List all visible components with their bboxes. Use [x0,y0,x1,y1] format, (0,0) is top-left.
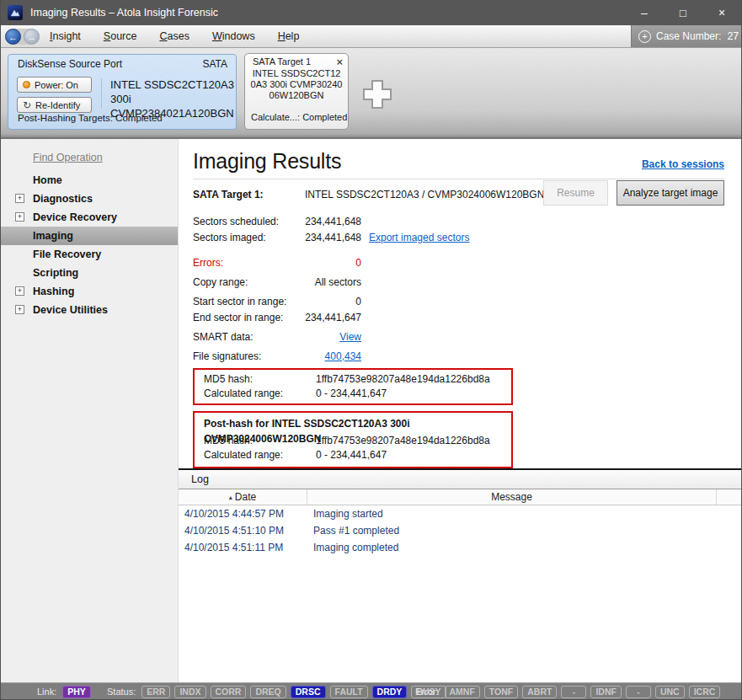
minimize-button[interactable]: – [625,0,664,25]
source-panel-status: Post-Hashing Targets: Completed [18,113,163,123]
status-flag-indx: INDX [174,686,206,698]
case-number-label: Case Number: [656,30,721,42]
sidebar-item-file-recovery[interactable]: File Recovery [1,245,178,264]
sidebar: Find Operation Home + Diagnostics + Devi… [1,139,179,682]
field-start-sector: Start sector in range: 0 [193,294,724,310]
range-label: Calculated range: [204,448,316,462]
target-card-status: Calculate...: Completed [245,112,348,122]
statusbar: Link: PHY Status: ERR INDX CORR DREQ DRS… [1,682,741,700]
sidebar-item-hashing[interactable]: + Hashing [1,282,178,301]
log-row[interactable]: 4/10/2015 4:51:10 PM Pass #1 completed [179,522,741,539]
sidebar-item-device-utilities[interactable]: + Device Utilities [1,301,178,319]
target-label: SATA Target 1: [193,187,305,203]
target-value: INTEL SSDSC2CT120A3 / CVMP3024006W120BGN [305,187,544,203]
error-status-group: Error: AMNF TONF ABRT - IDNF - UNC ICRC [415,683,720,700]
power-button[interactable]: Power: On [17,77,92,93]
log-column-message[interactable]: Message [307,489,717,505]
field-sectors-scheduled: Sectors scheduled: 234,441,648 [193,214,724,230]
sidebar-item-imaging[interactable]: Imaging [1,227,178,245]
field-errors: Errors: 0 [193,255,724,271]
add-target-button[interactable] [361,78,393,110]
sidebar-item-home[interactable]: Home [1,171,178,190]
error-flag-dash1: - [561,686,586,698]
menu-source[interactable]: Source [104,30,137,42]
close-button[interactable]: × [702,0,741,25]
back-icon[interactable]: ← [5,29,21,45]
case-number-segment[interactable]: + Case Number: 27 [631,25,741,47]
link-phy-badge: PHY [62,686,91,698]
log-row[interactable]: 4/10/2015 4:44:57 PM Imaging started [179,505,741,522]
range-value: 0 - 234,441,647 [316,387,387,401]
resume-button[interactable]: Resume [543,180,608,206]
md5-label: MD5 hash: [204,434,316,448]
forward-icon[interactable]: → [24,29,40,45]
log-row[interactable]: 4/10/2015 4:51:11 PM Imaging completed [179,539,741,556]
refresh-icon: ↻ [23,99,31,111]
log-panel-title: Log [179,470,741,489]
post-hash-title: Post-hash for INTEL SSDSC2CT120A3 300i C… [204,416,511,431]
log-panel: Log ▴Date Message 4/10/2015 4:44:57 PM I… [179,468,741,682]
nav-buttons: ← → [5,29,40,45]
link-label: Link: [37,687,56,697]
target-card[interactable]: SATA Target 1 × INTEL SSDSC2CT120A3 300i… [244,53,349,130]
field-file-signatures: File signatures: 400,434 [193,349,724,365]
menu-cases[interactable]: Cases [159,30,189,42]
page-title: Imaging Results [193,149,341,174]
field-end-sector: End sector in range: 234,441,647 [193,310,724,326]
imaging-summary: Sectors scheduled: 234,441,648 Sectors i… [193,214,724,468]
find-operation-link[interactable]: Find Operation [33,152,103,163]
expand-icon[interactable]: + [15,286,24,296]
post-hash-box: Post-hash for INTEL SSDSC2CT120A3 300i C… [193,411,513,468]
md5-hash-box: MD5 hash: 1ffb74753e98207a48e194da1226bd… [193,368,513,405]
export-imaged-sectors-link[interactable]: Export imaged sectors [369,230,469,246]
log-table-header: ▴Date Message [179,489,741,505]
error-flag-unc: UNC [655,686,685,698]
close-icon[interactable]: × [336,57,343,67]
log-column-extra [717,489,741,505]
device-dock: DiskSense Source Port SATA Power: On ↻ R… [1,48,741,139]
sidebar-item-device-recovery[interactable]: + Device Recovery [1,208,178,227]
status-flag-dreq: DREQ [250,686,286,698]
target-card-title: SATA Target 1 [253,56,311,67]
field-sectors-imaged: Sectors imaged: 234,441,648 Export image… [193,230,724,246]
error-flag-icrc: ICRC [689,686,721,698]
menu-windows[interactable]: Windows [212,30,255,42]
error-flag-idnf: IDNF [590,686,622,698]
expand-icon[interactable]: + [15,305,24,314]
status-label: Status: [107,687,136,697]
range-value: 0 - 234,441,647 [316,448,387,462]
back-to-sessions-link[interactable]: Back to sessions [642,158,724,170]
menu-insight[interactable]: Insight [50,30,81,42]
add-case-icon[interactable]: + [638,30,651,43]
expand-icon[interactable]: + [15,194,24,203]
smart-view-link[interactable]: View [339,331,361,343]
plus-icon [361,78,393,110]
source-port-panel: DiskSense Source Port SATA Power: On ↻ R… [8,54,237,130]
range-label: Calculated range: [204,387,316,401]
app-window: Imaging Results – Atola Insight Forensic… [0,0,742,700]
status-flag-drdy: DRDY [372,686,408,698]
error-label: Error: [415,687,439,697]
sort-ascending-icon: ▴ [229,494,232,501]
menubar: ← → Insight Source Cases Windows Help + … [1,25,741,48]
file-signatures-link[interactable]: 400,434 [325,350,361,362]
status-flag-corr: CORR [211,686,247,698]
source-port-type: SATA [202,58,227,70]
field-copy-range: Copy range: All sectors [193,275,724,291]
error-flag-tonf: TONF [484,686,518,698]
sidebar-item-scripting[interactable]: Scripting [1,264,178,282]
sidebar-item-diagnostics[interactable]: + Diagnostics [1,190,178,208]
maximize-button[interactable]: □ [664,0,702,25]
menu-help[interactable]: Help [278,30,300,42]
status-flag-fault: FAULT [330,686,368,698]
link-status-group: Link: PHY [37,683,91,700]
menu-items: Insight Source Cases Windows Help [50,30,299,42]
analyze-target-image-button[interactable]: Analyze target image [617,180,724,206]
reidentify-button[interactable]: ↻ Re-Identify [17,97,92,113]
source-device-model: INTEL SSDSC2CT120A3 300i [110,77,236,106]
expand-icon[interactable]: + [15,212,24,222]
log-column-date[interactable]: ▴Date [179,489,307,505]
window-title: Imaging Results – Atola Insight Forensic [30,7,218,19]
source-panel-title: DiskSense Source Port [18,58,122,70]
error-flag-amnf: AMNF [445,686,480,698]
